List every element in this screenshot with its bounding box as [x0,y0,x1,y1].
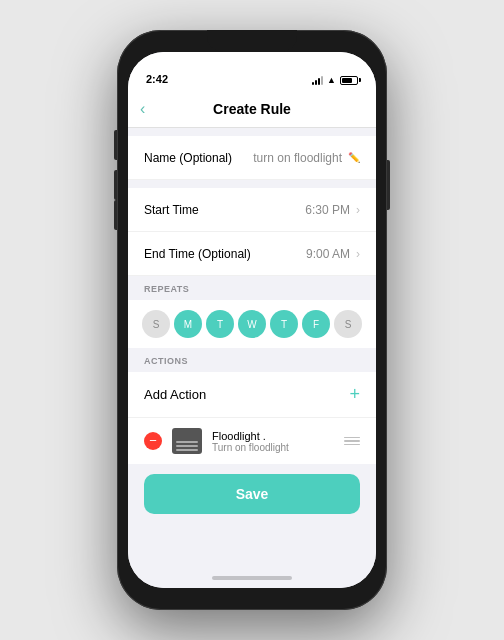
home-bar [212,576,292,580]
page-title: Create Rule [213,101,291,117]
add-action-row[interactable]: Add Action + [128,372,376,418]
phone-screen: 2:42 ▲ ‹ Create Rule Name (Optional) [128,52,376,588]
edit-icon[interactable]: ✏️ [348,152,360,163]
battery-icon [340,76,358,85]
wifi-icon: ▲ [327,75,336,85]
start-time-label: Start Time [144,203,199,217]
add-action-icon[interactable]: + [349,384,360,405]
days-row: S M T W T F S [128,300,376,348]
content-area: Name (Optional) turn on floodlight ✏️ St… [128,128,376,568]
start-time-value-container: 6:30 PM › [305,203,360,217]
day-friday[interactable]: F [302,310,330,338]
action-info: Floodlight . Turn on floodlight [212,430,334,453]
day-wednesday[interactable]: W [238,310,266,338]
end-time-label: End Time (Optional) [144,247,251,261]
action-device-desc: Turn on floodlight [212,442,334,453]
phone-notch [207,30,297,52]
save-button-container: Save [128,464,376,528]
day-sunday[interactable]: S [142,310,170,338]
spacer-1 [128,180,376,188]
end-time-chevron: › [356,247,360,261]
drag-handle[interactable] [344,437,360,446]
phone-device: 2:42 ▲ ‹ Create Rule Name (Optional) [117,30,387,610]
start-time-value: 6:30 PM [305,203,350,217]
actions-section: Add Action + Floodlight . [128,372,376,464]
day-saturday[interactable]: S [334,310,362,338]
add-action-label: Add Action [144,387,206,402]
back-button[interactable]: ‹ [140,100,145,118]
name-value-container: turn on floodlight ✏️ [253,151,360,165]
save-button[interactable]: Save [144,474,360,514]
day-tuesday[interactable]: T [206,310,234,338]
day-monday[interactable]: M [174,310,202,338]
repeats-section-label: REPEATS [128,276,376,300]
signal-icon [312,76,323,85]
start-time-chevron: › [356,203,360,217]
action-device-name: Floodlight . [212,430,334,442]
action-item: Floodlight . Turn on floodlight [128,418,376,464]
spacer-top [128,128,376,136]
status-time: 2:42 [146,73,168,85]
name-field-row[interactable]: Name (Optional) turn on floodlight ✏️ [128,136,376,180]
device-thumbnail [172,428,202,454]
delete-action-button[interactable] [144,432,162,450]
start-time-row[interactable]: Start Time 6:30 PM › [128,188,376,232]
name-label: Name (Optional) [144,151,232,165]
day-thursday[interactable]: T [270,310,298,338]
status-icons: ▲ [312,75,358,85]
nav-bar: ‹ Create Rule [128,90,376,128]
end-time-value: 9:00 AM [306,247,350,261]
actions-section-label: ACTIONS [128,348,376,372]
status-bar: 2:42 ▲ [128,52,376,90]
end-time-row[interactable]: End Time (Optional) 9:00 AM › [128,232,376,276]
name-value: turn on floodlight [253,151,342,165]
home-indicator [128,568,376,588]
end-time-value-container: 9:00 AM › [306,247,360,261]
